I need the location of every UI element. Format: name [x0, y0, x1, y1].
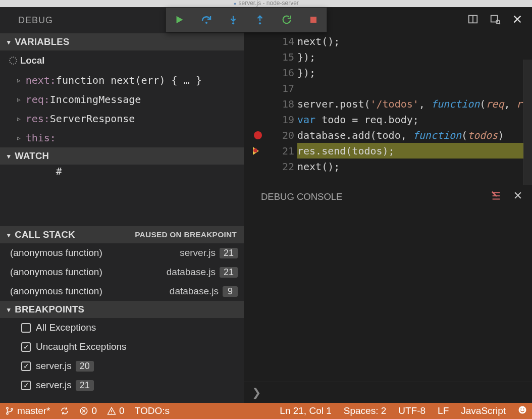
encoding-status[interactable]: UTF-8: [398, 405, 425, 416]
step-into-button[interactable]: [227, 14, 239, 26]
debug-title: DEBUG: [18, 15, 182, 26]
breakpoint-label: All Exceptions: [36, 322, 96, 333]
code-text: var todo = req.body;: [297, 112, 532, 127]
watch-section-header[interactable]: ▾ WATCH: [0, 147, 244, 165]
stop-button[interactable]: [307, 14, 320, 26]
current-line-marker-icon: [253, 147, 263, 155]
variable-row[interactable]: ▷next: function next(err) { … }: [0, 71, 244, 90]
svg-point-20: [7, 413, 8, 414]
code-editor[interactable]: 14 next();15 });16 });1718 server.post('…: [244, 33, 532, 185]
sync-status[interactable]: [60, 406, 69, 415]
debug-console-input[interactable]: ❯: [244, 382, 532, 403]
frame-function: (anonymous function): [10, 286, 102, 297]
errors-status[interactable]: 0: [79, 405, 97, 416]
breakpoint-row[interactable]: Uncaught Exceptions: [0, 337, 244, 356]
variable-row[interactable]: ▷this: #: [0, 128, 244, 147]
svg-point-27: [519, 406, 526, 413]
svg-point-28: [520, 408, 521, 409]
breakpoint-label: Uncaught Exceptions: [36, 341, 127, 352]
svg-point-21: [11, 408, 13, 410]
breakpoint-checkbox[interactable]: [21, 361, 31, 371]
code-line[interactable]: 16 });: [244, 65, 532, 80]
line-number: 19: [269, 114, 297, 126]
code-text: });: [297, 65, 532, 80]
debug-console-output[interactable]: [244, 209, 532, 382]
code-line[interactable]: 19 var todo = req.body;: [244, 112, 532, 127]
frame-line: 21: [220, 248, 238, 258]
step-over-button[interactable]: [200, 14, 212, 26]
twisty-icon: ▷: [17, 96, 21, 103]
eol-status[interactable]: LF: [438, 405, 449, 416]
code-text: server.post('/todos', function(req, r: [297, 96, 532, 112]
variable-name: req: [26, 93, 44, 106]
line-number: 20: [269, 129, 297, 141]
close-editor-icon[interactable]: [512, 14, 523, 27]
continue-button[interactable]: [174, 14, 186, 26]
language-mode[interactable]: JavaScript: [461, 405, 506, 416]
window-title-bar: ⬥ server.js - node-server: [0, 0, 532, 7]
variable-value: function next(err) { … }: [56, 74, 202, 86]
show-preview-icon[interactable]: [490, 14, 501, 27]
clear-console-icon[interactable]: [491, 190, 502, 204]
code-text: [297, 80, 532, 96]
debug-console-panel: DEBUG CONSOLE ❯: [244, 185, 532, 403]
breakpoint-label: server.js: [36, 380, 72, 391]
callstack-frame[interactable]: (anonymous function)database.js9: [0, 282, 244, 301]
line-number: 22: [269, 161, 297, 173]
frame-file: database.js: [170, 286, 219, 297]
variable-name: this: [26, 132, 50, 144]
code-line[interactable]: 20 database.add(todo, function(todos): [244, 127, 532, 143]
code-line[interactable]: 15 });: [244, 49, 532, 65]
code-text: database.add(todo, function(todos): [297, 127, 532, 143]
chevron-down-icon: ▾: [7, 306, 11, 313]
variables-section-header[interactable]: ▾ VARIABLES: [0, 33, 244, 50]
debug-sidebar: DEBUG Launch ▾ VARIABLES Local ▷next: fu…: [0, 7, 244, 403]
breakpoint-row[interactable]: server.js21: [0, 376, 244, 395]
breakpoint-checkbox[interactable]: [21, 342, 31, 352]
warnings-status[interactable]: 0: [107, 405, 125, 416]
variable-name: next: [26, 74, 50, 86]
minimap[interactable]: [523, 60, 532, 185]
breakpoint-dot-icon[interactable]: [254, 131, 262, 139]
line-number: 16: [269, 67, 297, 79]
breakpoint-checkbox[interactable]: [21, 381, 31, 390]
frame-line: 21: [220, 267, 238, 278]
scope-label: Local: [20, 55, 44, 66]
breakpoints-label: BREAKPOINTS: [15, 304, 84, 315]
line-number: 14: [269, 35, 297, 47]
breakpoint-row[interactable]: server.js20: [0, 356, 244, 376]
loading-spinner-icon: [9, 57, 17, 65]
code-line[interactable]: 21 res.send(todos);: [244, 143, 532, 159]
prompt-chevron-icon: ❯: [252, 386, 261, 399]
code-text: next();: [297, 33, 532, 49]
git-branch-status[interactable]: master*: [5, 405, 50, 416]
breakpoint-row[interactable]: All Exceptions: [0, 318, 244, 337]
branch-name: master*: [17, 405, 50, 416]
close-panel-icon[interactable]: [513, 190, 523, 204]
feedback-smiley-icon[interactable]: [518, 405, 527, 417]
frame-line: 9: [223, 286, 238, 297]
breakpoint-checkbox[interactable]: [21, 323, 31, 333]
svg-line-4: [499, 23, 500, 24]
twisty-icon: ▷: [17, 77, 21, 84]
callstack-section-header[interactable]: ▾ CALL STACK PAUSED ON BREAKPOINT: [0, 226, 244, 243]
watch-empty-area: [0, 165, 244, 226]
restart-button[interactable]: [281, 14, 293, 26]
code-line[interactable]: 22 next();: [244, 159, 532, 174]
code-line[interactable]: 18 server.post('/todos', function(req, r: [244, 96, 532, 112]
split-editor-icon[interactable]: [467, 14, 478, 27]
code-line[interactable]: 14 next();: [244, 33, 532, 49]
twisty-icon: ▷: [17, 135, 21, 141]
code-line[interactable]: 17: [244, 80, 532, 96]
variable-name: res: [26, 113, 44, 125]
callstack-frame[interactable]: (anonymous function)server.js21: [0, 243, 244, 263]
indentation-status[interactable]: Spaces: 2: [344, 405, 387, 416]
todos-status[interactable]: TODO:s: [135, 405, 170, 416]
breakpoints-section-header[interactable]: ▾ BREAKPOINTS: [0, 301, 244, 318]
variables-scope-local[interactable]: Local: [0, 50, 244, 71]
cursor-position[interactable]: Ln 21, Col 1: [280, 405, 331, 416]
svg-rect-18: [310, 17, 316, 23]
callstack-frame[interactable]: (anonymous function)database.js21: [0, 263, 244, 282]
step-out-button[interactable]: [254, 14, 266, 26]
debug-action-toolbar[interactable]: [166, 7, 327, 32]
